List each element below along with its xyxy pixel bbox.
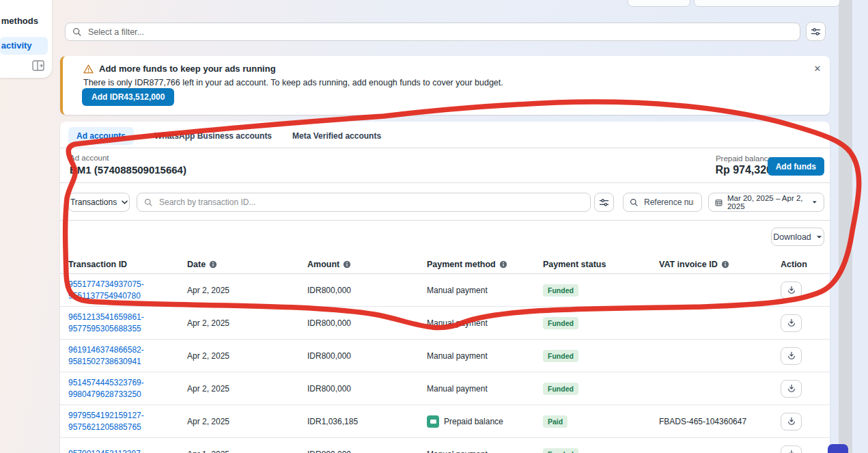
- payment-method: Manual payment: [427, 318, 543, 328]
- transaction-date: Apr 2, 2025: [187, 351, 307, 361]
- transaction-date: Apr 1, 2025: [187, 450, 307, 453]
- col-action: Action: [781, 260, 830, 269]
- chat-fab[interactable]: [828, 444, 848, 453]
- table-row: 9570012453113307- Apr 1, 2025 IDR800,000…: [60, 438, 830, 453]
- download-invoice-button[interactable]: [781, 445, 802, 453]
- table-row: 9651213541659861-9577595305688355 Apr 2,…: [60, 307, 830, 340]
- transaction-date: Apr 2, 2025: [187, 384, 307, 394]
- sidebar-item-payment-activity[interactable]: Payment activity: [0, 37, 48, 55]
- table-filter-sliders-button[interactable]: [594, 193, 614, 212]
- transaction-id-link[interactable]: 9551774734937075-9551137754940780: [68, 279, 187, 301]
- banner-title: Add more funds to keep your ads running: [83, 64, 276, 74]
- transaction-date: Apr 2, 2025: [187, 417, 307, 426]
- transaction-date: Apr 2, 2025: [187, 318, 307, 328]
- download-icon: [787, 286, 796, 294]
- col-amount: Amount: [307, 260, 427, 269]
- payment-method: Manual payment: [427, 450, 543, 453]
- tab-whatsapp-business-accounts[interactable]: WhatsApp Business accounts: [154, 127, 272, 145]
- status-badge: Funded: [543, 448, 578, 453]
- page-background-edge: [852, 0, 868, 453]
- download-invoice-button[interactable]: [781, 413, 802, 430]
- transaction-amount: IDR800,000: [307, 286, 427, 295]
- transaction-amount: IDR800,000: [307, 384, 427, 394]
- tab-ad-accounts[interactable]: Ad accounts: [68, 127, 134, 145]
- reference-number-search[interactable]: [623, 193, 702, 212]
- vat-invoice-id: FBADS-465-104360647: [659, 417, 781, 426]
- add-funds-button[interactable]: Add funds: [768, 157, 824, 176]
- banner-body-text: There is only IDR877,766 left in your ad…: [83, 78, 503, 87]
- global-filter-field[interactable]: [87, 27, 793, 38]
- table-row: 9619146374866582-9581502738630941 Apr 2,…: [60, 340, 830, 372]
- divider: [60, 182, 830, 183]
- global-filter-input[interactable]: [65, 23, 800, 41]
- scrollbar[interactable]: [839, 0, 852, 453]
- transaction-amount: IDR1,036,185: [307, 417, 427, 426]
- search-icon: [630, 198, 639, 207]
- divider: [60, 148, 830, 148]
- info-icon[interactable]: [499, 260, 507, 269]
- transaction-id-link[interactable]: 9570012453113307-: [68, 448, 187, 453]
- date-range-picker[interactable]: Mar 20, 2025 – Apr 2, 2025: [708, 193, 824, 212]
- download-dropdown[interactable]: Download: [771, 228, 824, 246]
- divider: [60, 220, 830, 221]
- download-label: Download: [773, 232, 811, 242]
- info-icon[interactable]: [721, 260, 729, 269]
- transaction-search-field[interactable]: [158, 197, 583, 208]
- info-icon[interactable]: [209, 260, 217, 269]
- download-icon: [787, 450, 796, 453]
- chevron-down-icon: [812, 200, 817, 204]
- status-badge: Funded: [543, 317, 578, 329]
- prepaid-balance-label: Prepaid balance: [715, 154, 772, 163]
- payment-method: Manual payment: [427, 286, 543, 295]
- transaction-id-link[interactable]: 9979554192159127-9575621205885765: [68, 410, 187, 432]
- warning-icon: [83, 64, 94, 74]
- payment-method: Manual payment: [427, 351, 543, 361]
- reference-number-field[interactable]: [643, 197, 695, 208]
- table-row: 9551774734937075-9551137754940780 Apr 2,…: [60, 274, 830, 307]
- col-payment-method: Payment method: [427, 260, 543, 269]
- top-cutoff-button-1[interactable]: [628, 0, 690, 7]
- prepaid-balance-icon: [427, 415, 439, 428]
- transactions-table: Transaction ID Date Amount Payment metho…: [60, 256, 830, 453]
- transactions-dropdown[interactable]: Transactions: [68, 193, 130, 212]
- download-icon: [787, 384, 796, 393]
- transaction-amount: IDR800,000: [307, 318, 427, 328]
- filter-sliders-button[interactable]: [806, 22, 826, 41]
- prepaid-balance-value: Rp 974,320: [715, 164, 772, 176]
- table-row: 9979554192159127-9575621205885765 Apr 2,…: [60, 405, 830, 438]
- download-invoice-button[interactable]: [781, 314, 802, 332]
- ad-account-label: Ad account: [70, 154, 109, 162]
- transaction-amount: IDR800,000: [307, 351, 427, 361]
- transaction-id-link[interactable]: 9514574445323769-9980479628733250: [68, 377, 187, 399]
- info-icon[interactable]: [343, 260, 351, 269]
- transaction-search[interactable]: [137, 193, 591, 212]
- transaction-amount: IDR800,000: [307, 450, 427, 453]
- search-icon: [144, 198, 153, 207]
- chevron-down-icon: [122, 200, 128, 204]
- tab-meta-verified-accounts[interactable]: Meta Verified accounts: [292, 127, 381, 145]
- date-range-label: Mar 20, 2025 – Apr 2, 2025: [727, 194, 807, 210]
- download-invoice-button[interactable]: [781, 347, 802, 365]
- status-badge: Funded: [543, 284, 578, 297]
- banner-title-text: Add more funds to keep your ads running: [99, 64, 276, 74]
- download-invoice-button[interactable]: [781, 282, 802, 299]
- sidebar-item-payment-methods[interactable]: Payment methods: [0, 12, 52, 30]
- top-cutoff-button-2[interactable]: [694, 0, 840, 7]
- col-vat-invoice-id: VAT invoice ID: [659, 260, 781, 269]
- chevron-down-icon: [816, 235, 822, 239]
- add-funds-amount-button[interactable]: Add IDR43,512,000: [82, 88, 174, 106]
- download-invoice-button[interactable]: [781, 380, 802, 398]
- transaction-id-link[interactable]: 9651213541659861-9577595305688355: [68, 312, 187, 333]
- collapse-sidebar-icon[interactable]: [32, 60, 44, 71]
- transactions-dropdown-label: Transactions: [70, 197, 117, 207]
- ad-account-name: BM1 (574088509015664): [70, 164, 186, 176]
- search-icon: [72, 27, 82, 37]
- status-badge: Paid: [543, 415, 568, 428]
- status-badge: Funded: [543, 350, 578, 362]
- col-date: Date: [187, 260, 307, 269]
- payment-method: Manual payment: [427, 384, 543, 394]
- payment-activity-card: Ad accounts WhatsApp Business accounts M…: [60, 122, 830, 453]
- close-icon[interactable]: ✕: [812, 63, 823, 74]
- transaction-id-link[interactable]: 9619146374866582-9581502738630941: [68, 344, 187, 366]
- payment-method: Prepaid balance: [427, 415, 543, 428]
